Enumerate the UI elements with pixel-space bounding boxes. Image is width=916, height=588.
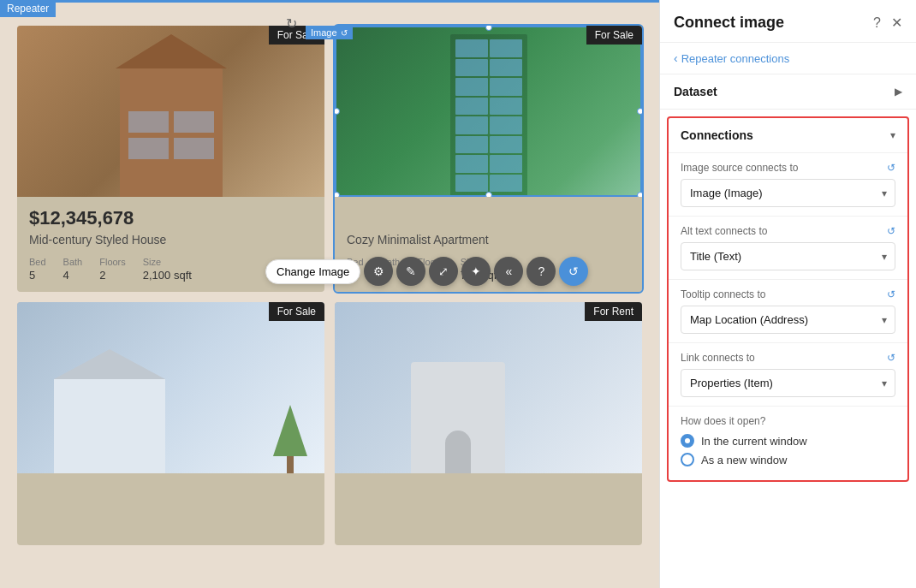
toolbar: Change Image ⚙ ✎ ⤢ ✦ « ? ↺ <box>265 257 588 286</box>
card-2-image <box>335 26 642 197</box>
link-select[interactable]: Image (Image) Title (Text) Map Location … <box>681 369 895 397</box>
card-1-size: Size 2,100 sqft <box>143 257 192 282</box>
card-3[interactable]: For Sale <box>17 302 324 545</box>
card-3-badge: For Sale <box>269 302 324 321</box>
link-connect-icon[interactable]: ↺ <box>887 352 895 364</box>
back-button[interactable]: « <box>494 257 523 286</box>
card-4-badge: For Rent <box>585 302 642 321</box>
back-chevron-icon: ‹ <box>674 51 678 65</box>
card-2[interactable]: For Sale $12,345,679 Cozy Minimalist Apa… <box>335 26 642 292</box>
house1-roof-shape <box>116 34 227 68</box>
card-1-title: Mid-century Styled House <box>29 233 312 246</box>
connection-alt-text: Alt text connects to ↺ Image (Image) Tit… <box>669 216 907 279</box>
connections-container: Connections ▾ Image source connects to ↺… <box>667 116 909 482</box>
handle-br[interactable] <box>637 192 642 197</box>
edit-button[interactable]: ✎ <box>396 257 425 286</box>
radio-current-window-label: In the current window <box>701 435 807 448</box>
image-source-select[interactable]: Image (Image) Title (Text) Map Location … <box>681 179 895 207</box>
refresh-icon[interactable]: ↻ <box>286 15 297 32</box>
card-3-content <box>17 473 324 545</box>
image-tag-icon: ↺ <box>341 28 348 38</box>
connection-link: Link connects to ↺ Image (Image) Title (… <box>669 342 907 406</box>
card-3-image <box>17 302 324 473</box>
dataset-arrow-icon: ▶ <box>895 86 902 98</box>
image-tag: Image ↺ <box>306 26 353 39</box>
card-1[interactable]: For Sale $12,345,678 Mid-century Styled … <box>17 26 324 292</box>
back-nav[interactable]: ‹ Repeater connections <box>660 43 916 74</box>
card-1-floors: Floors 2 <box>99 257 126 282</box>
house1-building-shape <box>120 68 223 197</box>
settings-button[interactable]: ⚙ <box>364 257 393 286</box>
back-nav-label[interactable]: Repeater connections <box>681 52 789 65</box>
connections-header[interactable]: Connections ▾ <box>669 118 907 152</box>
radio-new-window-circle[interactable] <box>681 453 694 466</box>
image-source-connect-icon[interactable]: ↺ <box>887 162 895 174</box>
radio-current-window[interactable]: In the current window <box>681 434 895 448</box>
dataset-section[interactable]: Dataset ▶ <box>660 74 916 110</box>
card-1-image <box>17 26 324 197</box>
alt-text-label: Alt text connects to <box>681 225 767 237</box>
image-source-select-wrapper: Image (Image) Title (Text) Map Location … <box>681 179 895 207</box>
card-4[interactable]: For Rent <box>335 302 642 545</box>
canvas-area: Repeater ↻ Image ↺ For Sale <box>0 0 659 588</box>
filter-button[interactable]: ✦ <box>461 257 491 286</box>
handle-mr[interactable] <box>637 108 642 115</box>
image-tag-label: Image <box>311 27 337 38</box>
card-1-bath: Bath 4 <box>63 257 83 282</box>
tooltip-label: Tooltip connects to <box>681 288 765 300</box>
change-image-button[interactable]: Change Image <box>265 259 360 284</box>
card-1-price: $12,345,678 <box>29 207 312 229</box>
image-source-label: Image source connects to <box>681 162 798 174</box>
help-icon[interactable]: ? <box>873 15 881 31</box>
alt-text-connect-icon[interactable]: ↺ <box>887 225 895 237</box>
right-panel: Connect image ? ✕ ‹ Repeater connections… <box>659 0 916 588</box>
connect-button[interactable]: ↺ <box>559 257 588 286</box>
tooltip-connect-icon[interactable]: ↺ <box>887 288 895 300</box>
handle-ml[interactable] <box>335 108 340 115</box>
dataset-label: Dataset <box>674 85 717 98</box>
close-icon[interactable]: ✕ <box>891 15 902 31</box>
how-open-label: How does it open? <box>681 415 895 427</box>
crop-button[interactable]: ⤢ <box>429 257 458 286</box>
panel-header: Connect image ? ✕ <box>660 0 916 43</box>
radio-current-window-circle[interactable] <box>681 434 694 448</box>
card-4-content <box>335 473 642 545</box>
connection-image-source: Image source connects to ↺ Image (Image)… <box>669 152 907 216</box>
handle-tc[interactable] <box>485 26 492 31</box>
link-label: Link connects to <box>681 352 755 364</box>
connections-title: Connections <box>681 128 753 142</box>
connections-arrow-icon: ▾ <box>890 129 895 141</box>
card-2-badge: For Sale <box>586 26 642 45</box>
link-select-wrapper: Image (Image) Title (Text) Map Location … <box>681 369 895 397</box>
repeater-label: Repeater <box>0 0 56 17</box>
alt-text-select[interactable]: Image (Image) Title (Text) Map Location … <box>681 242 895 270</box>
card-1-bed: Bed 5 <box>29 257 46 282</box>
radio-new-window[interactable]: As a new window <box>681 453 895 466</box>
connection-tooltip: Tooltip connects to ↺ Image (Image) Titl… <box>669 279 907 342</box>
radio-new-window-label: As a new window <box>701 454 787 466</box>
card-4-image <box>335 302 642 473</box>
alt-text-select-wrapper: Image (Image) Title (Text) Map Location … <box>681 242 895 270</box>
help-button[interactable]: ? <box>526 257 556 286</box>
panel-header-icons: ? ✕ <box>873 15 902 31</box>
card-2-title: Cozy Minimalist Apartment <box>347 233 630 246</box>
how-open-section: How does it open? In the current window … <box>669 406 907 480</box>
panel-title: Connect image <box>674 14 784 32</box>
tooltip-select-wrapper: Image (Image) Title (Text) Map Location … <box>681 306 895 334</box>
handle-bl[interactable] <box>335 192 340 197</box>
tooltip-select[interactable]: Image (Image) Title (Text) Map Location … <box>681 306 895 334</box>
